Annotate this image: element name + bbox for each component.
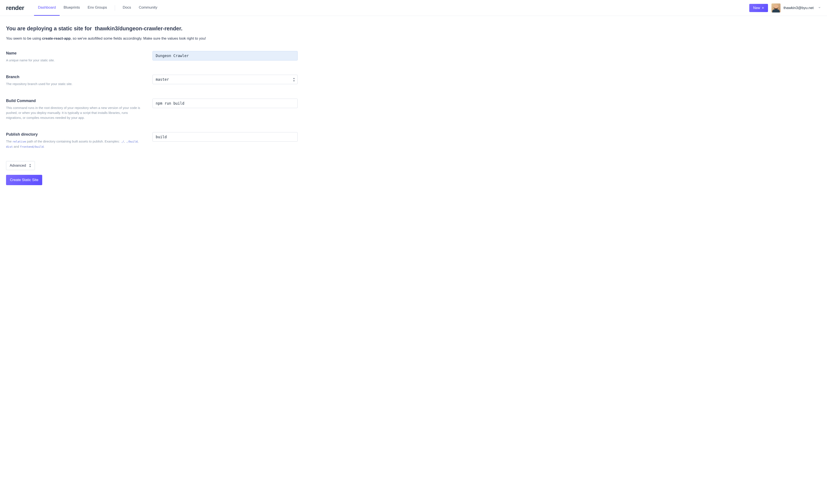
heading-prefix: You are deploying a static site for	[6, 26, 93, 32]
name-input[interactable]	[152, 51, 298, 60]
heading-repo: thawkin3/dungeon-crawler-render.	[95, 26, 182, 32]
page-content: You are deploying a static site for thaw…	[0, 16, 304, 198]
advanced-button[interactable]: Advanced ▲▼	[6, 161, 35, 170]
nav-docs[interactable]: Docs	[119, 0, 135, 16]
sub-bold: create-react-app	[42, 36, 70, 41]
topbar: render Dashboard Blueprints Env Groups D…	[0, 0, 827, 16]
build-input[interactable]	[152, 99, 298, 108]
nav-left: Dashboard Blueprints Env Groups Docs Com…	[34, 0, 161, 16]
nav-envgroups[interactable]: Env Groups	[84, 0, 111, 16]
build-help: This command runs in the root directory …	[6, 105, 144, 120]
publish-label: Publish directory	[6, 132, 144, 137]
page-title: You are deploying a static site for thaw…	[6, 26, 298, 32]
nav-divider	[115, 5, 115, 11]
create-static-site-button[interactable]: Create Static Site	[6, 175, 42, 185]
build-label: Build Command	[6, 99, 144, 103]
field-build: Build Command This command runs in the r…	[6, 99, 298, 120]
branch-label: Branch	[6, 75, 144, 79]
page-subtext: You seem to be using create-react-app, s…	[6, 36, 298, 41]
field-name: Name A unique name for your static site.	[6, 51, 298, 63]
nav-community[interactable]: Community	[135, 0, 161, 16]
advanced-label: Advanced	[10, 163, 26, 168]
new-button[interactable]: New +	[749, 4, 768, 12]
sub-prefix: You seem to be using	[6, 36, 42, 41]
publish-input[interactable]	[152, 132, 298, 142]
branch-help: The repository branch used for your stat…	[6, 82, 144, 86]
name-label: Name	[6, 51, 144, 56]
nav-blueprints[interactable]: Blueprints	[60, 0, 84, 16]
chevron-down-icon[interactable]	[818, 6, 821, 10]
publish-help: The relative path of the directory conta…	[6, 139, 144, 149]
branch-select-wrap: master ▲▼	[152, 75, 298, 84]
branch-select[interactable]: master	[152, 75, 298, 84]
user-email[interactable]: thawkin3@byu.net	[783, 6, 814, 10]
new-button-label: New	[753, 6, 760, 10]
avatar[interactable]	[771, 3, 780, 12]
field-publish: Publish directory The relative path of t…	[6, 132, 298, 149]
sub-suffix: , so we've autofilled some fields accord…	[70, 36, 206, 41]
nav-dashboard[interactable]: Dashboard	[34, 0, 60, 16]
name-help: A unique name for your static site.	[6, 58, 144, 63]
plus-icon: +	[762, 6, 764, 10]
field-branch: Branch The repository branch used for yo…	[6, 75, 298, 86]
logo[interactable]: render	[6, 4, 24, 11]
updown-icon: ▲▼	[29, 163, 31, 168]
